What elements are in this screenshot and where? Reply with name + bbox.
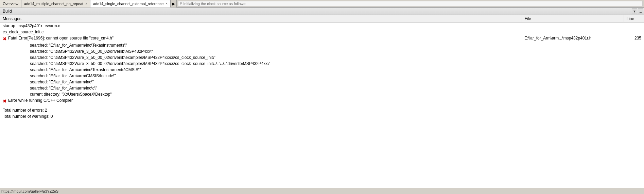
message-cell: searched: "E:\iar_for_Arm\arm\inc\"	[0, 79, 522, 85]
spacer-row	[0, 104, 644, 107]
message-text: cs_clock_source_init.c	[3, 30, 43, 34]
table-row[interactable]: searched: "C:\ti\MSP432Ware_3_50_00_02\d…	[0, 48, 644, 54]
file-cell	[522, 54, 624, 61]
error-icon: ✖	[3, 98, 7, 104]
tab-adc14-multiple[interactable]: adc14_multiple_channel_no_repeat ×	[21, 0, 90, 7]
file-cell	[522, 73, 624, 79]
table-row[interactable]: ✖Error while running C/C++ Compiler	[0, 97, 644, 104]
message-text: searched: "E:\iar_for_Arm\arm\inc\c\"	[30, 86, 97, 91]
message-cell: searched: "E:\iar_for_Arm\arm\inc\TexasI…	[0, 42, 522, 48]
message-text: current directory: "X:\Users\SpaceX\Desk…	[30, 92, 112, 97]
message-cell: current directory: "X:\Users\SpaceX\Desk…	[0, 91, 522, 97]
message-cell: searched: "E:\iar_for_Arm\arm\inc\c\"	[0, 85, 522, 91]
message-text: Fatal Error[Pe1696]: cannot open source …	[8, 36, 114, 41]
message-text: searched: "E:\iar_for_Arm\arm\inc\"	[30, 80, 94, 84]
message-cell: cs_clock_source_init.c	[0, 29, 522, 35]
message-text: searched: "E:\iar_for_Arm\arm\inc\TexasI…	[30, 67, 141, 72]
file-cell	[522, 85, 624, 91]
table-row[interactable]: startup_msp432p401r_ewarm.c	[0, 23, 644, 29]
table-row[interactable]: searched: "E:\iar_for_Arm\arm\CMSIS\Incl…	[0, 73, 644, 79]
tab-adc14-single-close[interactable]: ×	[166, 2, 168, 5]
build-panel-title: Build	[3, 9, 12, 14]
message-cell: ✖Error while running C/C++ Compiler	[0, 97, 522, 104]
line-cell	[624, 79, 644, 85]
tab-adc14-single[interactable]: adc14_single_channel_external_reference …	[90, 0, 171, 7]
file-cell	[522, 91, 624, 97]
summary-text: Total number of warnings: 0	[0, 113, 644, 119]
message-cell: searched: "C:\ti\MSP432Ware_3_50_00_02\d…	[0, 54, 522, 61]
tab-adc14-multiple-label: adc14_multiple_channel_no_repeat	[24, 2, 83, 6]
pin-icon: 🗕	[639, 10, 642, 13]
message-text: searched: "E:\iar_for_Arm\arm\CMSIS\Incl…	[30, 74, 116, 78]
tab-overview-label: Overview	[3, 2, 18, 6]
col-header-messages: Messages	[0, 15, 522, 23]
build-collapse-button[interactable]: ▼	[632, 9, 637, 14]
table-row[interactable]: cs_clock_source_init.c	[0, 29, 644, 35]
line-cell: 235	[624, 35, 644, 42]
message-cell: searched: "E:\iar_for_Arm\arm\CMSIS\Incl…	[0, 73, 522, 79]
table-row[interactable]: searched: "C:\ti\MSP432Ware_3_50_00_02\d…	[0, 61, 644, 67]
collapse-icon: ▼	[633, 10, 636, 13]
table-row[interactable]: searched: "E:\iar_for_Arm\arm\inc\"	[0, 79, 644, 85]
table-row[interactable]: current directory: "X:\Users\SpaceX\Desk…	[0, 91, 644, 97]
message-cell: startup_msp432p401r_ewarm.c	[0, 23, 522, 29]
summary-row: Total number of warnings: 0	[0, 113, 644, 119]
message-cell: searched: "E:\iar_for_Arm\arm\inc\TexasI…	[0, 67, 522, 73]
table-row[interactable]: searched: "E:\iar_for_Arm\arm\inc\TexasI…	[0, 67, 644, 73]
status-bar: https://imgur.com/gallery/a3YZ2eS	[0, 188, 644, 194]
main-container: Overview adc14_multiple_channel_no_repea…	[0, 0, 644, 194]
table-header-row: Messages File Line	[0, 15, 644, 23]
line-cell	[624, 67, 644, 73]
table-row[interactable]: ✖Fatal Error[Pe1696]: cannot open source…	[0, 35, 644, 42]
tab-adc14-multiple-close[interactable]: ×	[85, 2, 87, 6]
message-text: searched: "C:\ti\MSP432Ware_3_50_00_02\d…	[30, 49, 153, 54]
message-cell: ✖Fatal Error[Pe1696]: cannot open source…	[0, 35, 522, 42]
message-text: Error while running C/C++ Compiler	[8, 98, 73, 103]
table-row[interactable]: searched: "E:\iar_for_Arm\arm\inc\c\"	[0, 85, 644, 91]
table-row[interactable]: searched: "C:\ti\MSP432Ware_3_50_00_02\d…	[0, 54, 644, 61]
build-pin-button[interactable]: 🗕	[638, 9, 643, 14]
line-cell	[624, 61, 644, 67]
col-header-file: File	[522, 15, 624, 23]
build-panel-header: Build ▼ 🗕	[0, 7, 644, 15]
build-table: Messages File Line startup_msp432p401r_e…	[0, 15, 644, 119]
tab-adc14-single-label: adc14_single_channel_external_reference	[93, 2, 163, 6]
line-cell	[624, 29, 644, 35]
tab-overflow-icon: ▶	[172, 1, 175, 6]
file-cell	[522, 48, 624, 54]
line-cell	[624, 23, 644, 29]
message-cell: searched: "C:\ti\MSP432Ware_3_50_00_02\d…	[0, 48, 522, 54]
summary-text: Total number of errors: 2	[0, 107, 644, 113]
line-cell	[624, 91, 644, 97]
tab-overflow-button[interactable]: ▶	[171, 0, 177, 7]
file-cell	[522, 23, 624, 29]
message-text: searched: "E:\iar_for_Arm\arm\inc\TexasI…	[30, 43, 127, 48]
line-cell	[624, 97, 644, 104]
summary-row: Total number of errors: 2	[0, 107, 644, 113]
build-output-panel: Messages File Line startup_msp432p401r_e…	[0, 15, 644, 194]
file-cell	[522, 97, 624, 104]
line-cell	[624, 85, 644, 91]
message-cell: searched: "C:\ti\MSP432Ware_3_50_00_02\d…	[0, 61, 522, 67]
line-cell	[624, 54, 644, 61]
error-icon: ✖	[3, 36, 7, 42]
file-cell	[522, 79, 624, 85]
status-url: https://imgur.com/gallery/a3YZ2eS	[1, 189, 58, 193]
line-cell	[624, 42, 644, 48]
table-row[interactable]: searched: "E:\iar_for_Arm\arm\inc\TexasI…	[0, 42, 644, 48]
file-cell	[522, 42, 624, 48]
editor-scroll-text: /* Initializing the clock source as foll…	[180, 2, 246, 6]
line-cell	[624, 48, 644, 54]
file-cell	[522, 61, 624, 67]
file-cell	[522, 29, 624, 35]
col-header-line: Line	[624, 15, 644, 23]
file-cell	[522, 67, 624, 73]
tab-overview[interactable]: Overview	[0, 0, 21, 7]
message-text: startup_msp432p401r_ewarm.c	[3, 23, 60, 28]
line-cell	[624, 73, 644, 79]
tab-bar: Overview adc14_multiple_channel_no_repea…	[0, 0, 644, 7]
message-text: searched: "C:\ti\MSP432Ware_3_50_00_02\d…	[30, 55, 215, 60]
build-header-controls: ▼ 🗕	[632, 9, 644, 14]
editor-scrollbar[interactable]: /* Initializing the clock source as foll…	[178, 1, 643, 6]
message-text: searched: "C:\ti\MSP432Ware_3_50_00_02\d…	[30, 61, 270, 66]
